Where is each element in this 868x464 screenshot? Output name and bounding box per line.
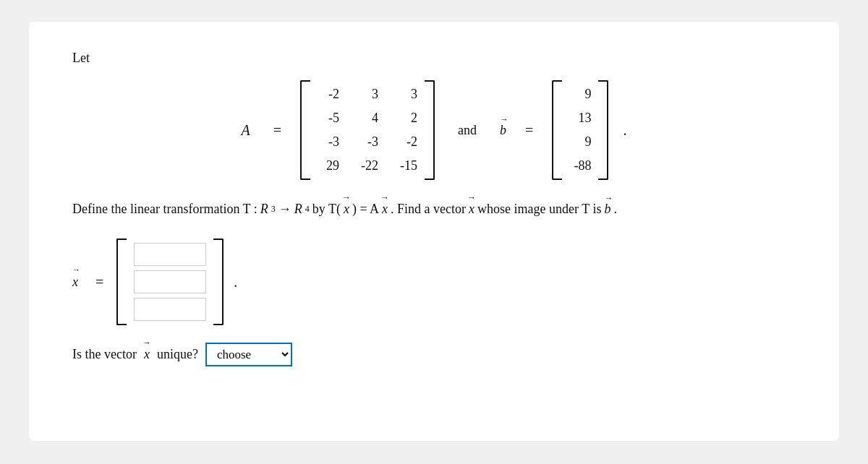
def-sup3: 3 <box>271 204 276 215</box>
vector-b-cell: 13 <box>569 108 591 128</box>
answer-period: . <box>234 274 237 291</box>
def-x3: x <box>469 202 475 217</box>
def-whose: whose image under T is <box>477 202 601 217</box>
answer-x-label: x <box>72 275 78 290</box>
unique-x-label: x <box>144 347 150 362</box>
def-period2: . <box>613 202 617 217</box>
matrix-a-cell: -3 <box>357 132 378 152</box>
answer-input-2[interactable] <box>134 270 206 293</box>
matrix-a-equals: = <box>273 122 281 139</box>
answer-input-grid <box>127 239 213 325</box>
and-label: and <box>458 123 477 138</box>
unique-question-row: Is the vector x unique? chooseYesNo <box>72 343 796 366</box>
matrix-a-cell: -22 <box>357 156 378 176</box>
matrix-a-cell: 4 <box>357 108 378 128</box>
def-b: b <box>604 202 610 217</box>
vector-b-grid: 9139-88 <box>562 80 598 180</box>
matrix-a-cell: 2 <box>396 108 417 128</box>
b-vector-label: b <box>500 123 506 138</box>
b-equals: = <box>525 122 533 139</box>
matrix-a-cell: 3 <box>357 85 378 104</box>
def-close-paren: ) = A <box>352 202 379 217</box>
definition-text: Define the linear transformation T : R3 … <box>72 202 796 217</box>
vector-b-cell: 9 <box>569 85 591 104</box>
vector-b: 9139-88 <box>552 80 608 180</box>
matrix-equation-row: A = -233-542-3-3-229-22-15 and b = 9139-… <box>72 80 796 180</box>
answer-input-1[interactable] <box>134 243 206 266</box>
unique-text-1: Is the vector <box>72 347 137 362</box>
matrix-a-cell: 29 <box>318 156 339 176</box>
def-text-1: Define the linear transformation T : <box>72 202 258 217</box>
matrix-a-grid: -233-542-3-3-229-22-15 <box>310 80 425 180</box>
page-container: Let A = -233-542-3-3-229-22-15 and b = 9… <box>29 22 839 441</box>
def-period1: . Find a vector <box>391 202 466 217</box>
matrix-period: . <box>623 122 626 139</box>
matrix-a-label: A <box>242 122 250 139</box>
answer-equals: = <box>95 274 103 291</box>
answer-vector <box>116 239 224 325</box>
def-x2: x <box>382 202 388 217</box>
vector-b-cell: 9 <box>569 132 591 152</box>
def-sup4: 4 <box>305 204 310 215</box>
answer-section: x = . <box>72 239 796 325</box>
unique-text-2: unique? <box>157 347 198 362</box>
answer-input-3[interactable] <box>134 298 206 321</box>
bracket-right-a <box>425 80 435 180</box>
def-r3: R <box>260 202 268 217</box>
def-arrow: → <box>278 202 292 217</box>
matrix-a-cell: -15 <box>396 156 417 176</box>
matrix-a-cell: -5 <box>318 108 339 128</box>
unique-dropdown[interactable]: chooseYesNo <box>205 343 292 366</box>
matrix-a: -233-542-3-3-229-22-15 <box>300 80 435 180</box>
matrix-a-cell: -2 <box>318 85 339 104</box>
matrix-a-cell: 3 <box>396 85 417 104</box>
bracket-left-input <box>116 239 127 325</box>
def-r4: R <box>294 202 302 217</box>
let-label: Let <box>72 51 796 66</box>
vector-b-cell: -88 <box>569 156 591 176</box>
bracket-right-input <box>213 239 224 325</box>
matrix-a-cell: -3 <box>318 132 339 152</box>
let-text: Let <box>72 51 90 65</box>
def-by: by T( <box>312 202 341 217</box>
def-x1: x <box>344 202 349 217</box>
matrix-a-cell: -2 <box>396 132 417 152</box>
bracket-right-b <box>598 80 608 180</box>
bracket-left-a <box>300 80 310 180</box>
bracket-left-b <box>552 80 562 180</box>
